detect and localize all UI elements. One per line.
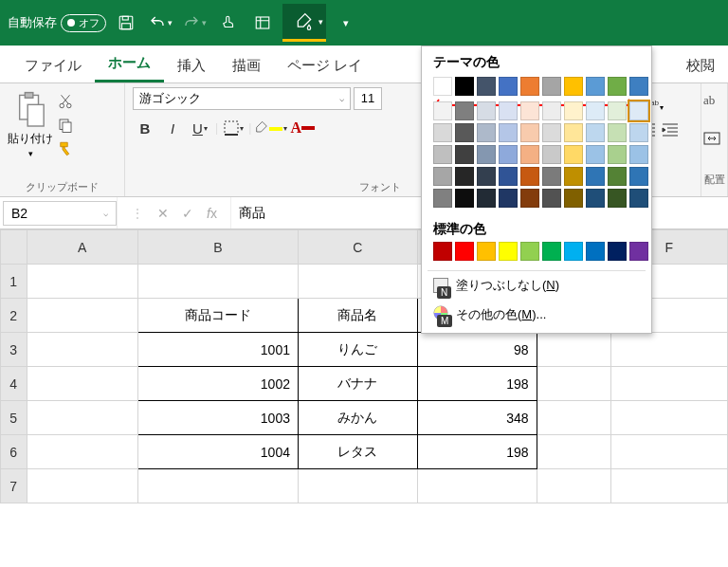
font-name-select[interactable]: 游ゴシック⌵ <box>133 87 351 110</box>
color-swatch[interactable] <box>629 77 648 96</box>
cell[interactable]: 348 <box>417 401 537 435</box>
cut-icon[interactable] <box>57 93 74 113</box>
color-swatch[interactable] <box>586 123 605 142</box>
color-swatch[interactable] <box>477 189 496 208</box>
touch-mode-icon[interactable] <box>214 9 243 37</box>
color-swatch[interactable] <box>520 101 539 120</box>
color-swatch[interactable] <box>455 145 474 164</box>
cell[interactable]: 1001 <box>137 333 298 367</box>
color-swatch[interactable] <box>433 77 452 96</box>
color-swatch[interactable] <box>499 77 518 96</box>
cell[interactable]: 1003 <box>137 401 298 435</box>
bold-button[interactable]: B <box>133 116 157 140</box>
color-swatch[interactable] <box>520 77 539 96</box>
color-swatch[interactable] <box>629 123 648 142</box>
italic-button[interactable]: I <box>160 116 185 140</box>
save-icon[interactable] <box>112 9 140 37</box>
qat-overflow-icon[interactable]: ▾ <box>332 9 360 37</box>
underline-button[interactable]: U▾ <box>188 116 212 140</box>
color-swatch[interactable] <box>499 145 518 164</box>
redo-icon[interactable]: ▾ <box>180 9 209 37</box>
enter-formula-icon[interactable]: ✓ <box>182 206 193 221</box>
fill-color-button[interactable]: ▾ <box>282 4 326 42</box>
cell[interactable]: 98 <box>417 333 537 367</box>
color-swatch[interactable] <box>499 242 518 261</box>
cell[interactable]: バナナ <box>298 367 417 401</box>
cell[interactable]: 198 <box>417 435 537 469</box>
fx-icon[interactable]: fx <box>207 206 217 221</box>
row-header[interactable]: 2 <box>1 299 27 333</box>
color-swatch[interactable] <box>433 167 452 186</box>
color-swatch[interactable] <box>433 189 452 208</box>
col-header[interactable]: B <box>137 230 298 265</box>
row-header[interactable]: 4 <box>1 367 27 401</box>
color-swatch[interactable] <box>608 242 627 261</box>
color-swatch[interactable] <box>608 167 627 186</box>
color-swatch[interactable] <box>433 101 452 120</box>
color-swatch[interactable] <box>608 77 627 96</box>
color-swatch[interactable] <box>520 189 539 208</box>
color-swatch[interactable] <box>542 145 561 164</box>
tab-file[interactable]: ファイル <box>11 49 95 82</box>
color-swatch[interactable] <box>542 167 561 186</box>
copy-icon[interactable] <box>57 117 74 137</box>
undo-icon[interactable]: ▾ <box>146 9 174 37</box>
color-swatch[interactable] <box>455 189 474 208</box>
color-swatch[interactable] <box>608 145 627 164</box>
col-header[interactable]: C <box>298 230 417 265</box>
color-swatch[interactable] <box>477 77 496 96</box>
color-swatch[interactable] <box>586 101 605 120</box>
format-painter-icon[interactable] <box>57 140 74 160</box>
color-swatch[interactable] <box>564 189 583 208</box>
color-swatch[interactable] <box>564 145 583 164</box>
color-swatch[interactable] <box>629 167 648 186</box>
row-header[interactable]: 1 <box>1 265 27 299</box>
color-swatch[interactable] <box>542 101 561 120</box>
color-swatch[interactable] <box>542 242 561 261</box>
fill-color-small-button[interactable]: ▾ <box>254 116 287 140</box>
color-swatch[interactable] <box>629 145 648 164</box>
no-fill-item[interactable]: 塗りつぶしなし(N) N <box>422 271 651 300</box>
color-swatch[interactable] <box>520 123 539 142</box>
form-icon[interactable] <box>248 9 277 37</box>
color-swatch[interactable] <box>520 167 539 186</box>
color-swatch[interactable] <box>477 101 496 120</box>
select-all-corner[interactable] <box>1 230 27 265</box>
font-size-select[interactable]: 11 <box>354 87 382 110</box>
color-swatch[interactable] <box>455 77 474 96</box>
color-swatch[interactable] <box>542 123 561 142</box>
color-swatch[interactable] <box>586 189 605 208</box>
paste-button[interactable]: 貼り付け ▾ <box>8 87 53 158</box>
tab-pagelayout[interactable]: ページ レイ <box>274 49 375 82</box>
color-swatch[interactable] <box>477 123 496 142</box>
row-header[interactable]: 3 <box>1 333 27 367</box>
cancel-formula-icon[interactable]: ✕ <box>157 206 169 221</box>
more-colors-item[interactable]: その他の色(M)... M <box>422 300 651 329</box>
color-swatch[interactable] <box>455 167 474 186</box>
color-swatch[interactable] <box>608 189 627 208</box>
color-swatch[interactable] <box>455 123 474 142</box>
color-swatch[interactable] <box>564 77 583 96</box>
cell[interactable]: 商品コード <box>137 299 298 333</box>
merge-icon[interactable] <box>703 132 725 148</box>
color-swatch[interactable] <box>629 242 648 261</box>
color-swatch[interactable] <box>542 77 561 96</box>
color-swatch[interactable] <box>542 189 561 208</box>
fbar-dropdown-icon[interactable]: ⋮ <box>131 206 144 221</box>
color-swatch[interactable] <box>586 145 605 164</box>
color-swatch[interactable] <box>477 167 496 186</box>
color-swatch[interactable] <box>564 242 583 261</box>
ab-wrap-icon[interactable]: ab <box>703 93 725 108</box>
color-swatch[interactable] <box>455 101 474 120</box>
color-swatch[interactable] <box>608 101 627 120</box>
autosave-toggle[interactable]: 自動保存 オフ <box>8 14 106 32</box>
cell[interactable]: 1002 <box>137 367 298 401</box>
tab-insert[interactable]: 挿入 <box>164 49 219 82</box>
name-box[interactable]: B2⌵ <box>3 201 117 226</box>
color-swatch[interactable] <box>520 242 539 261</box>
tab-review[interactable]: 校閲 <box>673 49 728 82</box>
col-header[interactable]: A <box>27 230 137 265</box>
color-swatch[interactable] <box>586 167 605 186</box>
color-swatch[interactable] <box>608 123 627 142</box>
color-swatch[interactable] <box>455 242 474 261</box>
